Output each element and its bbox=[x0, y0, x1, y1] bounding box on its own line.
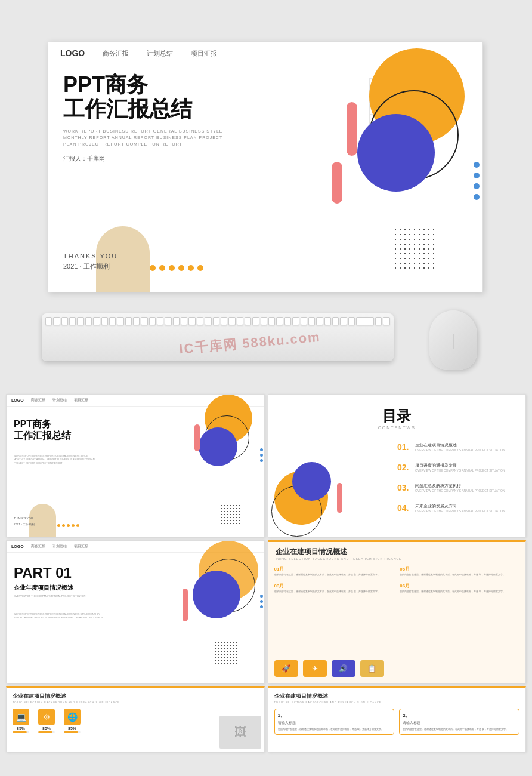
blue-dot-4 bbox=[474, 194, 480, 200]
stat-bar-fill-2 bbox=[38, 731, 52, 733]
slide-shapes bbox=[304, 42, 482, 292]
key bbox=[324, 317, 331, 325]
icon-box-3: 🔊 bbox=[332, 660, 355, 677]
key bbox=[181, 317, 187, 325]
toc-item-sub-4: OVERVIEW OF THE COMPANY'S ANNUAL PROJECT… bbox=[415, 509, 505, 513]
th1-dots bbox=[219, 504, 240, 525]
stat-item-1: 💻 85% bbox=[13, 709, 29, 733]
nav-item-2: 计划总结 bbox=[147, 49, 173, 58]
key bbox=[85, 317, 92, 325]
thumb-cover[interactable]: LOGO 商务汇报 计划总结 项目汇报 PPT商务 工作汇报总结 WORK RE… bbox=[6, 394, 265, 537]
thumb-nav-logo-3: LOGO bbox=[11, 544, 24, 549]
thumb4-timeline: 01月 您的内容打在这里，感谢通过复制制造的文本后，在此框中选择粘贴，并选 取，… bbox=[274, 566, 520, 593]
key bbox=[77, 317, 83, 325]
title-line-1: PPT商务 bbox=[63, 72, 148, 97]
o-dot-5 bbox=[188, 265, 194, 271]
blue-dot-3 bbox=[474, 183, 480, 189]
thumb4-icons: 🚀 ✈ 🔊 📋 bbox=[274, 660, 520, 677]
toc-item-num-4: 04. bbox=[397, 503, 412, 513]
card-text-2: 您的内容打在这里，感谢通过复制制造的文本后，在此框中选择粘贴，并选 取，并选择分… bbox=[403, 728, 516, 731]
thumb6-card-2: 2、 请输入标题 您的内容打在这里，感谢通过复制制造的文本后，在此框中选择粘贴，… bbox=[399, 709, 519, 735]
key bbox=[149, 317, 156, 325]
th3-blue-circle bbox=[193, 571, 240, 618]
thumb1-subtitle: WORK REPORT BUSINESS REPORT GENERAL BUSI… bbox=[14, 454, 97, 465]
pink-rect-1 bbox=[347, 102, 357, 156]
grid-dots-shape bbox=[393, 227, 435, 269]
card-label-1: 请输入标题 bbox=[278, 720, 391, 726]
reporter-label: 汇报人：千库网 bbox=[63, 155, 302, 163]
thumb4-subtitle: TOPIC SELECTION BACKGROUND AND RESEARCH … bbox=[276, 557, 402, 561]
th3-blue-dots bbox=[260, 595, 263, 608]
thumb5-subtitle: TOPIC SELECTION BACKGROUND AND RESEARCH … bbox=[13, 701, 120, 704]
toc-item-3: 03. 问题汇总及解决方案执行 OVERVIEW OF THE COMPANY'… bbox=[397, 483, 516, 492]
key bbox=[173, 317, 180, 325]
card-label-2: 请输入标题 bbox=[403, 720, 516, 726]
toc-items: 01. 企业在建项目情况概述 OVERVIEW OF THE COMPANY'S… bbox=[397, 442, 516, 524]
icon-box-1: 🚀 bbox=[274, 660, 298, 677]
key bbox=[340, 317, 347, 325]
key bbox=[301, 317, 307, 325]
thumb1-thanks: THANKS YOU bbox=[14, 516, 33, 520]
key bbox=[197, 317, 203, 325]
thumb-input-cards[interactable]: 企业在建项目情况概述 TOPIC SELECTION BACKGROUND AN… bbox=[268, 686, 527, 752]
key bbox=[205, 317, 211, 325]
key bbox=[332, 317, 339, 325]
toc-item-num-2: 02. bbox=[397, 463, 412, 472]
th2-blue-circle bbox=[292, 462, 331, 501]
timeline-month-1: 01月 bbox=[274, 566, 394, 573]
toc-item-text-1: 企业在建项目情况概述 bbox=[415, 442, 505, 448]
key bbox=[109, 317, 116, 325]
thumb-nav-item: 计划总结 bbox=[52, 398, 67, 403]
timeline-item-1: 01月 您的内容打在这里，感谢通过复制制造的文本后，在此框中选择粘贴，并选 取，… bbox=[274, 566, 394, 577]
th1-orange-dots bbox=[57, 524, 79, 527]
thumb5-title: 企业在建项目情况概述 bbox=[13, 692, 66, 700]
key bbox=[45, 317, 52, 325]
toc-item-text-3: 问题汇总及解决方案执行 bbox=[415, 483, 505, 489]
stat-icon-2: ⚙ bbox=[38, 709, 55, 725]
stat-item-2: ⚙ 85% bbox=[38, 709, 55, 733]
thumb-nav-item: 商务汇报 bbox=[31, 544, 45, 549]
nav-item-3: 项目汇报 bbox=[191, 49, 217, 58]
thumb4-header: 企业在建项目情况概述 TOPIC SELECTION BACKGROUND AN… bbox=[276, 547, 402, 561]
key bbox=[125, 317, 132, 325]
toc-item-num-3: 03. bbox=[397, 483, 412, 492]
o-dot-2 bbox=[159, 265, 165, 271]
stat-pct-1: 85% bbox=[13, 726, 29, 731]
toc-item-text-2: 项目进度的通报及发展 bbox=[415, 463, 505, 469]
title-line-2: 工作汇报总结 bbox=[63, 97, 192, 121]
thumb1-title: PPT商务 工作汇报总结 bbox=[14, 418, 71, 441]
th3-bdot-1 bbox=[260, 595, 263, 598]
stat-icon-1: 💻 bbox=[13, 709, 29, 725]
toc-item-4: 04. 未来企业的发展及方向 OVERVIEW OF THE COMPANY'S… bbox=[397, 503, 516, 513]
thumb-part01[interactable]: LOGO 商务汇报 计划总结 项目汇报 PART 01 企业年度项目情况概述 O… bbox=[6, 540, 265, 683]
key bbox=[308, 317, 315, 325]
stat-item-3: 🌐 85% bbox=[64, 709, 81, 733]
th1-odot-5 bbox=[76, 524, 79, 527]
thumb5-icons: 💻 85% ⚙ 85% 🌐 85% bbox=[13, 709, 81, 733]
key bbox=[61, 317, 68, 325]
th1-odot-3 bbox=[67, 524, 70, 527]
thumb-project-overview[interactable]: 企业在建项目情况概述 TOPIC SELECTION BACKGROUND AN… bbox=[268, 540, 527, 683]
stat-bar-3 bbox=[64, 731, 81, 733]
part-desc-en: OVERVIEW OF THE COMPANY'S ANNUAL PROJECT… bbox=[14, 595, 86, 598]
thumb5-image: 🖼 bbox=[219, 716, 261, 749]
mouse-scroll-wheel bbox=[453, 334, 454, 349]
stat-bar-2 bbox=[38, 731, 55, 733]
card-text-1: 您的内容打在这里，感谢通过复制制造的文本后，在此框中选择粘贴，并选 取，并选择分… bbox=[278, 728, 391, 731]
timeline-item-2: 05月 您的内容打在这里，感谢通过复制制造的文本后，在此框中选择粘贴，并选 取，… bbox=[400, 566, 519, 577]
key bbox=[117, 317, 123, 325]
blue-dots-group bbox=[474, 162, 480, 200]
thumb-stats[interactable]: 企业在建项目情况概述 TOPIC SELECTION BACKGROUND AN… bbox=[6, 686, 265, 752]
main-slide: LOGO 商务汇报 计划总结 项目汇报 PPT商务 工作汇报总结 WORK RE… bbox=[48, 42, 483, 292]
timeline-text-4: 您的内容打在这里，感谢通过复制制造的文本后，在此框中选择粘贴，并选 取，并选择分… bbox=[400, 590, 519, 593]
thumb-toc[interactable]: 目录 CONTENTWS 01. 企业在建项目情况概述 OVERVIEW OF … bbox=[268, 394, 527, 537]
th1-bdot-2 bbox=[260, 454, 263, 457]
key bbox=[284, 317, 291, 325]
toc-item-2: 02. 项目进度的通报及发展 OVERVIEW OF THE COMPANY'S… bbox=[397, 463, 516, 472]
th1-odot-2 bbox=[62, 524, 65, 527]
key bbox=[237, 317, 243, 325]
timeline-item-4: 06月 您的内容打在这里，感谢通过复制制造的文本后，在此框中选择粘贴，并选 取，… bbox=[400, 583, 519, 593]
toc-subtitle: CONTENTWS bbox=[378, 426, 416, 430]
thumb6-cards: 1、 请输入标题 您的内容打在这里，感谢通过复制制造的文本后，在此框中选择粘贴，… bbox=[274, 709, 520, 735]
thumb-nav-item: 商务汇报 bbox=[31, 398, 45, 403]
